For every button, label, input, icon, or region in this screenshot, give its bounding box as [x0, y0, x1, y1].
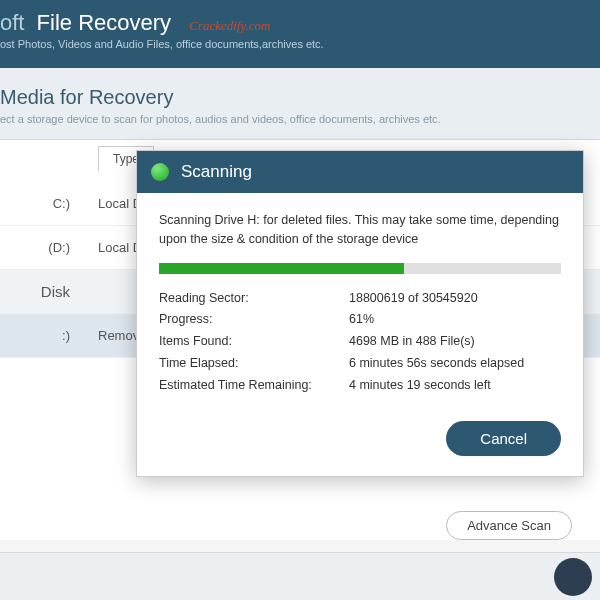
fab-icon[interactable] [554, 558, 592, 596]
app-title: oft File Recovery Crackedify.com [0, 10, 600, 36]
dialog-title: Scanning [181, 162, 252, 182]
stat-label: Estimated Time Remaining: [159, 375, 349, 397]
app-subtitle: ost Photos, Videos and Audio Files, offi… [0, 38, 600, 50]
dialog-message: Scanning Drive H: for deleted files. Thi… [159, 211, 561, 249]
stat-label: Time Elapsed: [159, 353, 349, 375]
stat-value: 61% [349, 309, 374, 331]
stat-reading-sector: Reading Sector: 18800619 of 30545920 [159, 288, 561, 310]
section-header: Media for Recovery ect a storage device … [0, 68, 600, 140]
title-main: File Recovery [37, 10, 171, 35]
group-label: Disk [0, 283, 98, 300]
advance-scan-button[interactable]: Advance Scan [446, 511, 572, 540]
stat-value: 6 minutes 56s seconds elapsed [349, 353, 524, 375]
footer-bar [0, 552, 600, 600]
drive-letter: :) [0, 328, 98, 343]
stat-label: Progress: [159, 309, 349, 331]
drive-type: Remov [98, 328, 139, 343]
stat-progress: Progress: 61% [159, 309, 561, 331]
status-orb-icon [151, 163, 169, 181]
stat-value: 18800619 of 30545920 [349, 288, 478, 310]
dialog-body: Scanning Drive H: for deleted files. Thi… [137, 193, 583, 413]
section-desc: ect a storage device to scan for photos,… [0, 113, 600, 125]
watermark-text: Crackedify.com [189, 18, 270, 33]
stat-label: Reading Sector: [159, 288, 349, 310]
section-title: Media for Recovery [0, 86, 600, 109]
stat-est-remaining: Estimated Time Remaining: 4 minutes 19 s… [159, 375, 561, 397]
cancel-button[interactable]: Cancel [446, 421, 561, 456]
stat-value: 4698 MB in 488 File(s) [349, 331, 475, 353]
progress-fill [159, 263, 404, 274]
stat-value: 4 minutes 19 seconds left [349, 375, 491, 397]
drive-letter: C:) [0, 196, 98, 211]
stat-items-found: Items Found: 4698 MB in 488 File(s) [159, 331, 561, 353]
scanning-dialog: Scanning Scanning Drive H: for deleted f… [136, 150, 584, 477]
dialog-header: Scanning [137, 151, 583, 193]
drive-letter: (D:) [0, 240, 98, 255]
stat-time-elapsed: Time Elapsed: 6 minutes 56s seconds elap… [159, 353, 561, 375]
title-prefix: oft [0, 10, 24, 35]
app-header: oft File Recovery Crackedify.com ost Pho… [0, 0, 600, 68]
dialog-footer: Cancel [137, 413, 583, 476]
stat-label: Items Found: [159, 331, 349, 353]
progress-bar [159, 263, 561, 274]
